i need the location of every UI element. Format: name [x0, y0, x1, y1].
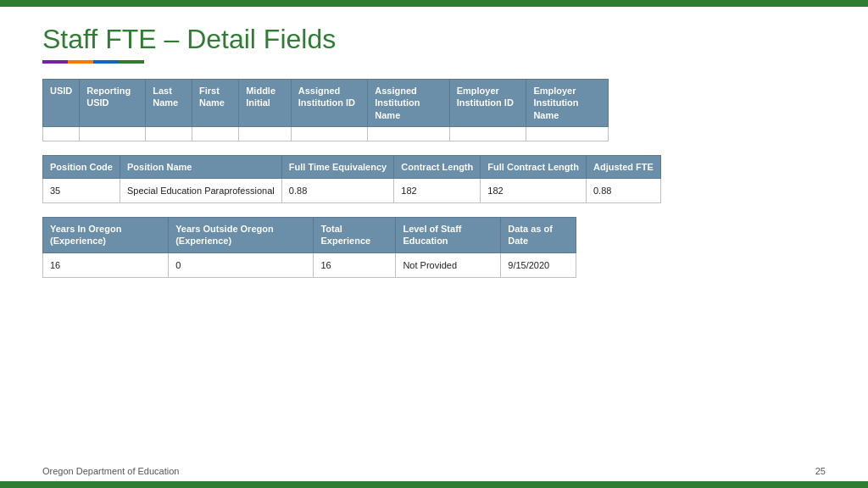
cell-years-in-oregon: 16 [43, 252, 169, 277]
cell-staff-education: Not Provided [396, 252, 501, 277]
cell [43, 126, 80, 141]
cell-position-code: 35 [43, 179, 120, 203]
col-adjusted-fte: Adjusted FTE [587, 155, 661, 178]
col-first-name: First Name [192, 80, 239, 127]
col-position-code: Position Code [43, 155, 120, 178]
cell-total-experience: 16 [314, 252, 396, 277]
bar-green [119, 60, 144, 64]
col-position-name: Position Name [120, 155, 282, 178]
cell [239, 126, 292, 141]
col-employer-institution-name: Employer Institution Name [526, 80, 609, 127]
cell-full-contract-length: 182 [481, 179, 587, 203]
bar-orange [68, 60, 93, 64]
col-total-experience: Total Experience [314, 218, 396, 253]
col-employer-institution-id: Employer Institution ID [449, 80, 526, 127]
table-row: 35 Special Education Paraprofessional 0.… [43, 179, 661, 203]
cell [80, 126, 146, 141]
cell-contract-length: 182 [394, 179, 481, 203]
col-years-in-oregon: Years In Oregon (Experience) [43, 218, 169, 253]
cell [146, 126, 192, 141]
bar-purple [42, 60, 68, 64]
table2-section: Position Code Position Name Full Time Eq… [42, 155, 826, 203]
col-assigned-institution-name: Assigned Institution Name [368, 80, 449, 127]
table1-section: USID Reporting USID Last Name First Name… [42, 79, 826, 141]
cell-adjusted-fte: 0.88 [587, 179, 661, 203]
table1: USID Reporting USID Last Name First Name… [42, 79, 609, 141]
col-assigned-institution-id: Assigned Institution ID [291, 80, 368, 127]
footer: Oregon Department of Education 25 [42, 466, 826, 476]
cell [291, 126, 368, 141]
table3: Years In Oregon (Experience) Years Outsi… [42, 217, 576, 278]
footer-org: Oregon Department of Education [42, 466, 179, 476]
cell [449, 126, 526, 141]
table3-section: Years In Oregon (Experience) Years Outsi… [42, 217, 826, 278]
bottom-border [0, 481, 868, 488]
cell [526, 126, 609, 141]
col-years-outside-oregon: Years Outside Oregon (Experience) [169, 218, 314, 253]
table2: Position Code Position Name Full Time Eq… [42, 155, 661, 203]
col-last-name: Last Name [146, 80, 192, 127]
table-row [43, 126, 609, 141]
col-reporting-usid: Reporting USID [80, 80, 146, 127]
table-row: 16 0 16 Not Provided 9/15/2020 [43, 252, 576, 277]
col-contract-length: Contract Length [394, 155, 481, 178]
cell [368, 126, 449, 141]
footer-page: 25 [815, 466, 826, 476]
page-title: Staff FTE – Detail Fields [42, 24, 826, 55]
col-middle-initial: Middle Initial [239, 80, 292, 127]
col-data-as-of-date: Data as of Date [501, 218, 576, 253]
cell-fte: 0.88 [281, 179, 393, 203]
cell-data-as-of-date: 9/15/2020 [501, 252, 576, 277]
col-fte: Full Time Equivalency [281, 155, 393, 178]
col-full-contract-length: Full Contract Length [481, 155, 587, 178]
col-usid: USID [43, 80, 80, 127]
col-staff-education: Level of Staff Education [396, 218, 501, 253]
bar-blue [93, 60, 119, 64]
title-underline [42, 60, 826, 64]
cell [192, 126, 239, 141]
cell-position-name: Special Education Paraprofessional [120, 179, 282, 203]
cell-years-outside-oregon: 0 [169, 252, 314, 277]
